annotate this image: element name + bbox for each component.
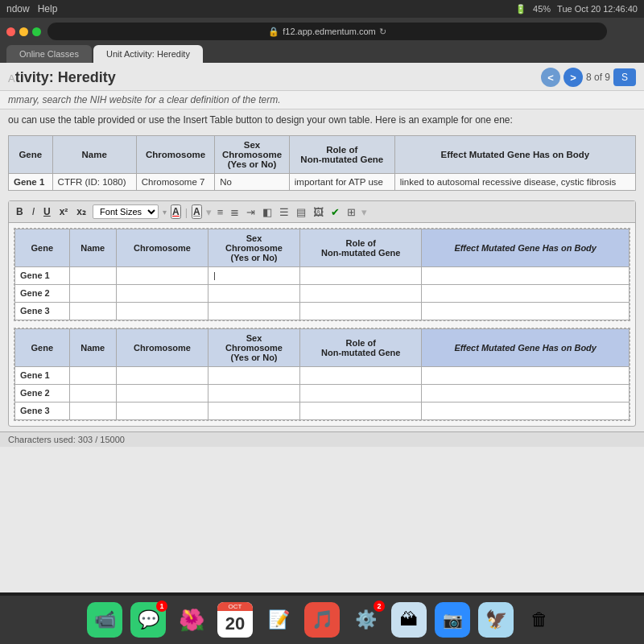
music-icon: 🎵 (312, 609, 333, 630)
tab-unit-activity[interactable]: Unit Activity: Heredity (93, 45, 203, 63)
et2-r1-chromosome[interactable] (116, 367, 208, 385)
et1-col-gene: Gene (15, 229, 70, 267)
et2-r2-chromosome[interactable] (116, 385, 208, 402)
et1-r2-effect[interactable] (422, 285, 630, 303)
prev-page-button[interactable]: < (541, 68, 560, 87)
reload-icon[interactable]: ↻ (379, 27, 386, 37)
et2-r3-effect[interactable] (422, 402, 630, 420)
et2-r2-effect[interactable] (422, 385, 630, 402)
et1-r3-name[interactable] (69, 303, 116, 320)
cell-effect: linked to autosomal recessive disease, c… (394, 174, 635, 191)
et1-r2-name[interactable] (69, 285, 116, 303)
bird-icon: 🦅 (485, 609, 507, 630)
text-color-button[interactable]: A (171, 204, 181, 219)
et1-r3-sex-chr[interactable] (208, 303, 299, 320)
et1-r3-effect[interactable] (422, 303, 630, 320)
bold-button[interactable]: B (14, 205, 26, 218)
et2-r3-gene[interactable]: Gene 3 (15, 402, 70, 420)
et2-r3-role[interactable] (300, 402, 422, 420)
et1-col-chromosome: Chromosome (116, 229, 208, 267)
photos-icon: 🌺 (179, 608, 204, 633)
next-page-button[interactable]: > (564, 68, 583, 87)
et2-col-role: Role ofNon-mutated Gene (300, 329, 422, 367)
cell-role: important for ATP use (289, 174, 394, 191)
et1-r1-chromosome[interactable] (116, 267, 208, 285)
et2-col-gene: Gene (15, 329, 70, 367)
dock-messages[interactable]: 💬 1 (130, 602, 166, 638)
et2-r2-name[interactable] (69, 385, 116, 402)
et1-r2-chromosome[interactable] (116, 285, 208, 303)
et1-r1-sex-chr[interactable]: | (208, 267, 299, 285)
align-left-icon[interactable]: ◧ (261, 206, 274, 218)
indent-icon[interactable]: ⇥ (245, 206, 257, 218)
fullscreen-window-button[interactable] (32, 27, 41, 36)
et2-r3-chromosome[interactable] (116, 402, 208, 420)
landscape-icon: 🏔 (400, 609, 418, 630)
et1-r1-gene[interactable]: Gene 1 (15, 267, 70, 285)
et2-r2-sex-chr[interactable] (208, 385, 299, 402)
dock-photos2[interactable]: 🏔 (391, 602, 427, 638)
minimize-window-button[interactable] (19, 27, 28, 36)
dock-zoom[interactable]: 📷 (435, 602, 470, 638)
editor-area: B I U x² x₂ Font Sizes ▾ A | A ▾ ≡ ≣ ⇥ ◧… (8, 200, 636, 427)
list-ordered-icon[interactable]: ≣ (229, 206, 241, 218)
editor-tables-wrapper: Gene Name Chromosome SexChromosome(Yes o… (9, 223, 635, 426)
image-icon[interactable]: 🖼 (312, 206, 325, 218)
et1-r2-sex-chr[interactable] (208, 285, 299, 303)
align-right-icon[interactable]: ▤ (295, 206, 308, 218)
italic-button[interactable]: I (30, 205, 37, 218)
list-unordered-icon[interactable]: ≡ (216, 206, 225, 218)
et1-r3-role[interactable] (300, 303, 422, 320)
et1-r1-effect[interactable] (422, 267, 630, 285)
instruction-main: ou can use the table provided or use the… (0, 109, 644, 130)
table-icon[interactable]: ⊞ (345, 206, 357, 218)
subscript-button[interactable]: x₂ (74, 205, 89, 218)
dock-calendar[interactable]: OCT 20 (217, 602, 253, 638)
close-window-button[interactable] (6, 27, 15, 36)
save-button[interactable]: S (613, 68, 636, 86)
col-gene: Gene (9, 136, 53, 174)
font-sizes-dropdown[interactable]: Font Sizes (93, 204, 159, 219)
et2-r1-effect[interactable] (422, 367, 630, 385)
tab-online-classes[interactable]: Online Classes (6, 45, 92, 63)
et2-r1-sex-chr[interactable] (208, 367, 299, 385)
underline-button[interactable]: U (41, 205, 53, 218)
et2-r1-gene[interactable]: Gene 1 (15, 367, 70, 385)
checkmark-icon[interactable]: ✔ (329, 206, 341, 218)
et1-r1-role[interactable] (300, 267, 422, 285)
dock-settings[interactable]: ⚙️ 2 (348, 602, 383, 638)
dock-music[interactable]: 🎵 (304, 602, 340, 638)
dock-facetime[interactable]: 📹 (87, 602, 122, 638)
align-center-icon[interactable]: ☰ (278, 206, 291, 218)
highlight-color-button[interactable]: A (192, 204, 202, 219)
messages-badge: 1 (156, 601, 167, 612)
window-menu[interactable]: ndow Help (6, 3, 57, 14)
et1-r2-gene[interactable]: Gene 2 (15, 285, 70, 303)
page-content: Ativity: Heredity < > 8 of 9 S mmary, se… (0, 63, 644, 592)
col-name: Name (52, 136, 136, 174)
ref-table-header-row: Gene Name Chromosome SexChromosome(Yes o… (9, 136, 636, 174)
dock-bird[interactable]: 🦅 (478, 602, 514, 638)
window-controls[interactable] (6, 27, 41, 36)
et2-r2-role[interactable] (300, 385, 422, 402)
et1-r2-role[interactable] (300, 285, 422, 303)
table-row: Gene 2 (15, 385, 630, 402)
address-bar[interactable]: 🔒 f12.app.edmentum.com ↻ (47, 23, 607, 40)
dock-trash[interactable]: 🗑 (522, 602, 557, 638)
dock-notes[interactable]: 📝 (261, 602, 296, 638)
superscript-button[interactable]: x² (57, 205, 71, 218)
et2-r1-role[interactable] (300, 367, 422, 385)
et1-r3-gene[interactable]: Gene 3 (15, 303, 70, 320)
et2-r3-sex-chr[interactable] (208, 402, 299, 420)
editor-table-2: Gene Name Chromosome SexChromosome(Yes o… (14, 328, 630, 421)
et2-r3-name[interactable] (69, 402, 116, 420)
et2-r1-name[interactable] (69, 367, 116, 385)
et2-r2-gene[interactable]: Gene 2 (15, 385, 70, 402)
dock-photos[interactable]: 🌺 (174, 602, 209, 638)
url-text[interactable]: f12.app.edmentum.com (283, 27, 376, 36)
editor-table-1: Gene Name Chromosome SexChromosome(Yes o… (14, 228, 630, 321)
et1-r3-chromosome[interactable] (116, 303, 208, 320)
facetime-icon: 📹 (94, 609, 116, 630)
et1-col-sex-chr: SexChromosome(Yes or No) (208, 229, 299, 267)
et1-r1-name[interactable] (69, 267, 116, 285)
